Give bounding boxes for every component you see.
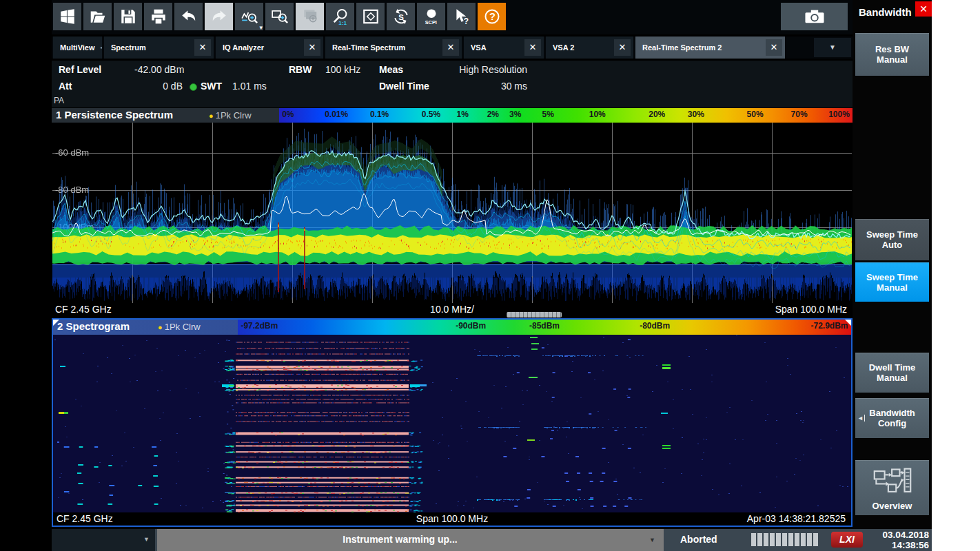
softkey-dwell-time-manual[interactable]: Dwell Time Manual xyxy=(855,353,929,393)
lxi-logo: LXI xyxy=(831,532,863,548)
sweep-progress-bar xyxy=(751,533,818,546)
tab-vsa-2[interactable]: VSA 2✕ xyxy=(546,37,633,59)
trace-legend: ●1Pk Clrw xyxy=(158,322,201,332)
spectrogram-display[interactable] xyxy=(53,335,851,512)
scale-tick-label: 3% xyxy=(509,110,521,119)
close-tab-button[interactable]: ✕ xyxy=(766,39,782,56)
chevron-down-icon: ▼ xyxy=(143,536,150,543)
softkey-menu-title: Bandwidth xyxy=(859,6,912,18)
svg-text:1:1: 1:1 xyxy=(338,20,347,25)
tab-label: Real-Time Spectrum xyxy=(332,43,405,52)
scale-tick-label: -72.9dBm xyxy=(811,321,848,331)
close-softkey-menu-button[interactable]: ✕ xyxy=(915,1,932,17)
display-frame-button[interactable] xyxy=(356,3,385,30)
status-message-bar[interactable]: Instrument warming up... ▼ xyxy=(157,529,664,551)
panel-splitter-handle[interactable] xyxy=(507,312,562,318)
datetime-display: 03.04.2018 14:38:56 xyxy=(882,530,929,550)
left-bezel xyxy=(0,0,52,551)
timestamp-label: Apr-03 14:38:21.82525 xyxy=(747,513,846,524)
open-file-button[interactable] xyxy=(83,3,112,30)
scpi-button[interactable]: SCPI xyxy=(417,3,445,30)
spectrogram-footer: CF 2.45 GHz Span 100.0 MHz Apr-03 14:38:… xyxy=(53,512,851,526)
softkey-overview[interactable]: Overview xyxy=(855,460,929,515)
spectrogram-canvas[interactable] xyxy=(53,335,851,512)
spectrogram-header[interactable]: 2 Spectrogram ●1Pk Clrw -97.2dBm-90dBm-8… xyxy=(53,320,851,335)
swt-value: 1.01 ms xyxy=(232,81,267,92)
svg-text:?: ? xyxy=(489,11,496,22)
softkey-label: Bandwidth Config xyxy=(859,408,925,428)
persistence-spectrum-display[interactable] xyxy=(52,123,853,303)
toolbar: ▾1:1SSCPI?? xyxy=(52,0,853,34)
close-tab-button[interactable]: ✕ xyxy=(524,39,541,56)
save-button[interactable] xyxy=(114,3,142,30)
softkey-label: Overview xyxy=(872,501,912,511)
softkey-label: Res BW Manual xyxy=(859,44,925,65)
screenshot-camera-button[interactable] xyxy=(781,3,848,30)
per-division-label: 10.0 MHz/ xyxy=(52,304,853,315)
multiview-grid-icon xyxy=(101,42,102,54)
progress-segment xyxy=(757,533,762,546)
chevron-down-icon: ▼ xyxy=(649,537,655,543)
dwell-time-value: 30 ms xyxy=(438,81,527,92)
softkey-sweep-time-manual[interactable]: Sweep Time Manual xyxy=(855,262,929,302)
close-tab-button[interactable]: ✕ xyxy=(194,39,211,56)
tab-label: MultiView xyxy=(60,43,95,52)
persistence-spectrum-header[interactable]: 1 Persistence Spectrum ●1Pk Clrw 0%0.01%… xyxy=(52,108,853,123)
tab-real-time-spectrum[interactable]: Real-Time Spectrum✕ xyxy=(325,37,462,59)
softkey-sweep-time-auto[interactable]: Sweep Time Auto xyxy=(855,219,929,260)
tab-iq-analyzer[interactable]: IQ Analyzer✕ xyxy=(216,37,323,59)
persistence-spectrum-footer: CF 2.45 GHz 10.0 MHz/ Span 100.0 MHz xyxy=(52,303,853,317)
tab-multiview[interactable]: MultiView xyxy=(53,37,102,59)
close-tab-button[interactable]: ✕ xyxy=(304,39,320,56)
swt-label: SWT xyxy=(201,81,222,92)
tab-vsa[interactable]: VSA✕ xyxy=(464,37,544,59)
span-label: Span 100.0 MHz xyxy=(53,513,851,524)
trace-dot-icon: ● xyxy=(158,323,163,331)
instrument-display: ▾1:1SSCPI?? MultiViewSpectrum✕IQ Analyze… xyxy=(52,0,932,551)
scale-tick-label: 0.01% xyxy=(325,110,348,119)
softkey-bar: Bandwidth ✕ Res BW ManualSweep Time Auto… xyxy=(853,0,932,529)
fsw-spectrum-analyzer-screen: ▾1:1SSCPI?? MultiViewSpectrum✕IQ Analyze… xyxy=(0,0,980,551)
print-button[interactable] xyxy=(144,3,172,30)
persistence-spectrum-canvas[interactable] xyxy=(52,123,852,303)
scale-tick-label: -85dBm xyxy=(529,321,560,331)
scale-tick-label: 1% xyxy=(457,110,469,119)
progress-segment xyxy=(788,533,793,546)
sync-button[interactable]: S xyxy=(387,3,415,30)
meas-label: Meas xyxy=(379,64,403,75)
softkey-bandwidth-config[interactable]: ◄Bandwidth Config xyxy=(855,398,929,438)
zoom-selection-button[interactable] xyxy=(265,3,294,30)
undo-button[interactable] xyxy=(174,3,203,30)
zoom-trace-button[interactable]: ▾ xyxy=(235,3,263,30)
pa-indicator: PA xyxy=(54,96,64,105)
close-tab-button[interactable]: ✕ xyxy=(442,39,459,56)
tab-label: VSA xyxy=(471,43,487,52)
softkey-label: Sweep Time Manual xyxy=(859,272,925,293)
tab-label: Spectrum xyxy=(111,43,146,52)
scale-tick-label: -80dBm xyxy=(640,321,670,331)
progress-segment xyxy=(776,533,781,546)
close-tab-button[interactable]: ✕ xyxy=(614,39,631,56)
scale-tick-label: 100% xyxy=(828,110,850,119)
message-history-dropdown[interactable]: ▼ xyxy=(52,529,155,551)
progress-segment xyxy=(801,533,806,546)
tab-spectrum[interactable]: Spectrum✕ xyxy=(104,37,214,59)
zoom-1to1-button[interactable]: 1:1 xyxy=(326,3,354,30)
context-help-button[interactable]: ? xyxy=(447,3,476,30)
tab-overflow-dropdown[interactable]: ▼ xyxy=(814,38,851,57)
tab-label: VSA 2 xyxy=(553,43,574,52)
scale-tick-label: 70% xyxy=(791,110,808,119)
help-button[interactable]: ? xyxy=(478,3,506,30)
channel-settings-bar[interactable]: Ref Level -42.00 dBm RBW 100 kHz Meas Hi… xyxy=(52,61,853,107)
svg-text:?: ? xyxy=(464,17,469,25)
sweep-state-label: Aborted xyxy=(680,534,717,545)
softkey-label: Sweep Time Auto xyxy=(859,229,925,250)
spectrogram-color-scale: -97.2dBm-90dBm-85dBm-80dBm-72.9dBm xyxy=(238,320,851,335)
softkey-res-bw-manual[interactable]: Res BW Manual xyxy=(855,33,929,76)
span-label: Span 100.0 MHz xyxy=(775,304,847,315)
tab-real-time-spectrum-2[interactable]: Real-Time Spectrum 2✕ xyxy=(635,37,785,59)
windows-button[interactable] xyxy=(53,3,81,30)
spectrogram-panel: 2 Spectrogram ●1Pk Clrw -97.2dBm-90dBm-8… xyxy=(52,318,853,527)
time-label: 14:38:56 xyxy=(882,540,929,550)
scale-tick-label: 2% xyxy=(487,110,499,119)
